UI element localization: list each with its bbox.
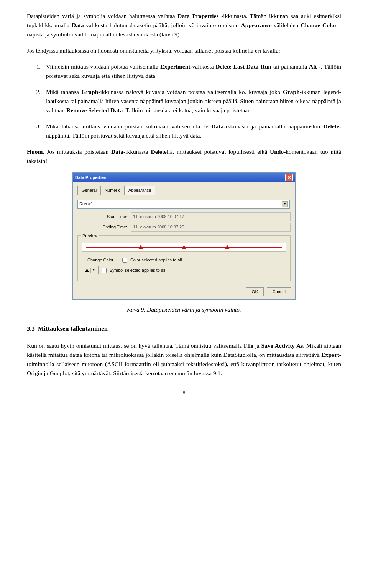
triangle-icon <box>85 269 89 272</box>
dialog-title: Data Properties <box>75 174 106 181</box>
bold-term: Data <box>72 22 84 28</box>
text: Mikä tahansa <box>46 89 81 95</box>
text: ja <box>253 342 261 349</box>
text: . Tällöin mittausdata ei katoa; vain kuv… <box>123 107 252 113</box>
figure-caption: Kuva 9. Datapisteiden värin ja symbolin … <box>27 305 341 314</box>
symbol-row: ▼ Symbol selected applies to all <box>82 266 286 274</box>
ending-time-value: 11. elokuuta 2008 10:07:25 <box>131 223 291 232</box>
ok-button[interactable]: OK <box>246 287 264 296</box>
text: Kun on saatu hyvin onnistunut mittaus, s… <box>27 342 244 349</box>
symbol-applies-all-checkbox[interactable] <box>102 268 107 273</box>
tab-numeric[interactable]: Numeric <box>100 186 125 195</box>
bold-term: Alt - <box>309 63 321 70</box>
preview-groupbox: Preview Change Color Color selected appl… <box>77 235 291 281</box>
symbol-applies-all-label: Symbol selected applies to all <box>110 267 165 274</box>
bold-term: Undo <box>270 148 284 155</box>
bold-term: Data Properties <box>177 13 219 19</box>
note-label: Huom. <box>27 148 44 155</box>
bold-term: Delete <box>151 148 166 155</box>
start-time-row: Start Time: 11. elokuuta 2008 10:07:17 <box>77 212 291 221</box>
symbol-selector-button[interactable]: ▼ <box>82 266 99 274</box>
section-title: Mittauksen tallentaminen <box>38 325 108 332</box>
bold-term: Delete <box>324 123 339 130</box>
run-dropdown-value: Run #1 <box>79 201 93 207</box>
dialog-footer: OK Cancel <box>73 284 295 299</box>
change-color-button[interactable]: Change Color <box>82 256 119 264</box>
close-icon[interactable]: ✕ <box>285 174 293 181</box>
paragraph-methods: Jos tehdyissä mittauksissa on huonosti o… <box>27 46 341 55</box>
chevron-down-icon: ▼ <box>90 268 95 273</box>
start-time-label: Start Time: <box>77 214 131 220</box>
color-applies-all-checkbox[interactable] <box>122 258 127 263</box>
dialog-titlebar[interactable]: Data Properties ✕ <box>73 173 295 182</box>
text: Datapisteiden väriä ja symbolia voidaan … <box>27 13 177 19</box>
list-item: Mikä tahansa Graph-ikkunassa näkyvä kuva… <box>42 87 341 115</box>
chevron-down-icon: ▼ <box>282 201 288 207</box>
text: llä, mittaukset poistuvat lopullisesti e… <box>167 148 270 155</box>
bold-term: Graph <box>81 89 98 95</box>
page-number: 8 <box>27 389 341 397</box>
bold-term: Change Color <box>301 22 337 28</box>
bold-term: Data <box>212 123 224 130</box>
bold-term: File <box>244 342 253 349</box>
bold-term: Save Activity As <box>261 342 303 349</box>
preview-group-title: Preview <box>81 233 99 239</box>
bold-term: Delete Last Data Run <box>215 63 271 70</box>
bold-term: Data <box>111 148 123 155</box>
bold-term: Graph <box>283 89 300 95</box>
color-applies-all-label: Color selected applies to all <box>130 257 182 263</box>
bold-term: Experiment <box>160 63 190 70</box>
change-color-row: Change Color Color selected applies to a… <box>82 256 286 264</box>
data-properties-dialog: Data Properties ✕ General Numeric Appear… <box>72 172 296 300</box>
paragraph-save: Kun on saatu hyvin onnistunut mittaus, s… <box>27 341 341 378</box>
paragraph-intro: Datapisteiden väriä ja symbolia voidaan … <box>27 11 341 39</box>
numbered-list: Viimeisin mittaus voidaan poistaa valits… <box>27 62 341 140</box>
text: -ikkunassa näkyvä kuvaaja voidaan poista… <box>98 89 283 95</box>
text: -ikkunasta <box>123 148 151 155</box>
tab-general[interactable]: General <box>77 186 101 195</box>
text: tai painamalla <box>271 63 309 70</box>
tab-appearance[interactable]: Appearance <box>124 186 155 195</box>
text: Viimeisin mittaus voidaan poistaa valits… <box>46 63 160 70</box>
tab-strip: General Numeric Appearance <box>77 186 291 195</box>
dialog-figure: Data Properties ✕ General Numeric Appear… <box>27 172 341 300</box>
text: Jos mittauksia poistetaan <box>44 148 111 155</box>
list-item: Viimeisin mittaus voidaan poistaa valits… <box>42 62 341 80</box>
ending-time-row: Ending Time: 11. elokuuta 2008 10:07:25 <box>77 223 291 232</box>
section-number: 3.3 <box>27 325 35 332</box>
bold-term: Appearance <box>241 22 272 28</box>
text: -ikkunasta ja painamalla näppäimistön <box>223 123 323 130</box>
note-paragraph: Huom. Jos mittauksia poistetaan Data-ikk… <box>27 147 341 166</box>
start-time-value: 11. elokuuta 2008 10:07:17 <box>131 212 291 221</box>
text: -valikosta halutun datasetin päältä, jol… <box>84 22 241 28</box>
list-item: Mikä tahansa mittaus voidaan poistaa kok… <box>42 122 341 140</box>
bold-term: Export <box>321 351 339 358</box>
symbol-preview <box>82 243 286 252</box>
text: Mikä tahansa mittaus voidaan poistaa kok… <box>46 123 212 130</box>
run-dropdown[interactable]: Run #1 ▼ <box>77 200 290 209</box>
ending-time-label: Ending Time: <box>77 224 131 230</box>
cancel-button[interactable]: Cancel <box>267 287 291 296</box>
bold-term: Remove Selected Data <box>66 107 123 113</box>
text: -valikosta <box>190 63 215 70</box>
text: -välilehden <box>272 22 301 28</box>
section-heading: 3.3 Mittauksen tallentaminen <box>27 324 341 334</box>
